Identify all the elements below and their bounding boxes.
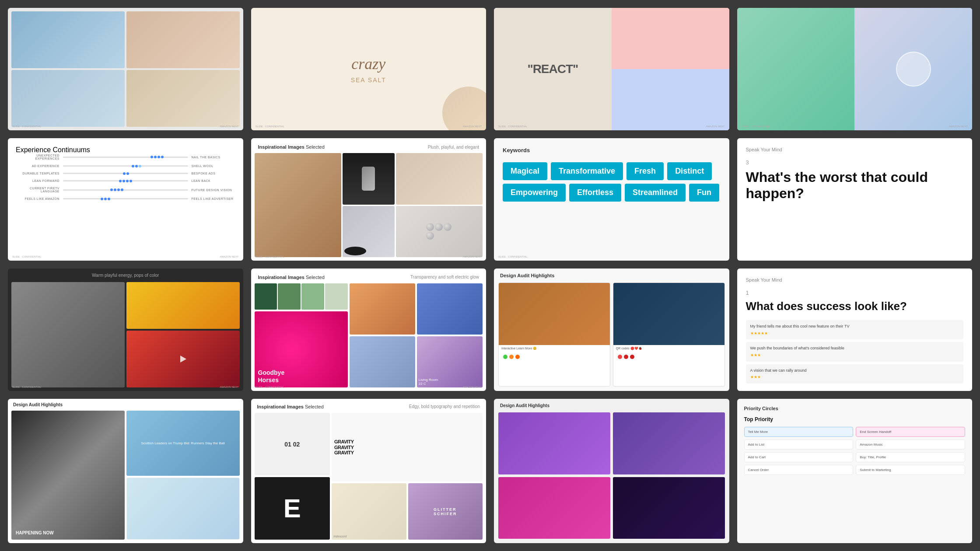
insp3-col2: GRAVITY GRAVITY GRAVITY Iridescent GLITT… [332,413,483,540]
card-inspirational-plush: Inspirational Images Selected Plush, pla… [251,138,486,261]
dot [158,156,160,158]
glass-right [854,8,972,130]
quote-1: My friend tells me about this cool new f… [746,320,964,339]
exp-row-2: AD EXPERIENCE SHELL WOOL [16,164,235,167]
audit-indicators-1 [499,352,610,362]
glass-left [737,8,855,130]
keyword-transformative: Transformative [551,162,623,180]
swatch-2 [278,283,301,310]
keyword-magical: Magical [503,162,547,180]
priority-section-title: Top Priority [744,416,966,422]
keywords-title: Keywords [503,147,721,153]
keywords-grid: Magical Transformative Fresh Distinct Em… [503,162,721,202]
exp-row-5: CURRENT FIRETV LANGUAGE FUTURE DESIGN VI… [16,187,235,193]
card-speak-your-mind: Speak Your Mind 3 What's the worst that … [737,138,973,261]
audit3-header: Design Audit Highlights [494,399,729,412]
exp-left-1: UNEXPECTED EXPERIENCES [16,154,60,160]
exp-left-4: LEAN FORWARD [16,179,60,182]
exp-bar-6 [63,198,188,199]
insp3-e-letter: E [255,477,330,540]
color-swatches [255,283,348,310]
main-grid: SLIDE · CONFIDENTIAL AMAZON NEXT crazy S… [0,0,980,551]
header-subtitle: Transparency and soft electric glow [410,275,479,280]
footer-date: SLIDE · CONFIDENTIAL [742,125,770,128]
card-speak-success: Speak Your Mind 1 What does success look… [737,269,973,391]
priority-item-2: End Screen Handoff [856,427,965,437]
insp2-area: GoodbyeHorses Living Room22 C [251,283,486,391]
dot [101,198,103,200]
insp-img-clay [255,153,341,257]
glass-shape [896,52,931,87]
header-selected: Selected [305,404,324,409]
exp-dots-3 [123,172,129,175]
da-img-1: HAPPENING NOW [11,411,125,540]
keyword-distinct: Distinct [667,162,712,180]
card-footer: SLIDE · CONFIDENTIAL AMAZON NEXT [494,125,729,128]
exp-dots-2 [132,165,141,167]
glitter-label: GLITTERSCHIFER [408,483,483,540]
exp-dots-5 [110,188,123,191]
audit-ss-1: Interactive Learn More 😊 [498,282,610,387]
card-header: Inspirational Images Selected Edgy, bold… [251,399,486,413]
speak-question: What's the worst that could happen? [746,169,964,202]
footer-ref: AMAZON NEXT [949,125,968,128]
swatch-1 [255,283,277,310]
dot [108,198,110,200]
keyword-empowering: Empowering [503,184,566,202]
quote-3: A vision that we can rally around ★★★ [746,364,964,384]
speak-header-label: Speak Your Mind [746,147,964,152]
gravity-text-2: GRAVITY [334,445,354,450]
card-footer: SLIDE · CONFIDENTIAL AMAZON NEXT [8,386,243,388]
da-happening: HAPPENING NOW [16,530,54,535]
sphere-4 [426,232,434,240]
priority-header: Priority Circles [744,406,966,411]
card-footer: SLIDE · CONFIDENTIAL AMAZON NEXT [251,125,486,128]
experience-continuums-title: Experience Continuums [16,146,235,154]
sphere-2 [435,223,443,231]
dot [126,180,129,182]
footer-date: SLIDE · CONFIDENTIAL [12,255,41,258]
svg-marker-0 [180,356,186,363]
card-footer: SLIDE · CONFIDENTIAL AMAZON NEXT [8,125,243,128]
audit-ss-top-2 [613,283,724,345]
dot [117,188,120,191]
insp-img-bowl [343,206,395,258]
exp-bar-1 [63,157,188,158]
react-bottom-panel [612,69,729,130]
dot-orange2 [515,355,520,359]
header-bold: Inspirational Images [258,275,304,280]
da2-grid [494,412,729,543]
inspirational-grid [251,153,486,261]
insp3-nums: 01 02 [255,413,330,475]
warm-img-2 [126,282,240,329]
card-react-design: "REACT" SLIDE · CONFIDENTIAL AMAZON NEXT [494,8,729,130]
exp-right-4: LEAN BACK [192,179,235,182]
brand-sub: SEA SALT [351,77,386,84]
dot [119,180,122,182]
card-website-screenshots: SLIDE · CONFIDENTIAL AMAZON NEXT [8,8,243,130]
dot [123,172,126,175]
footer-date: SLIDE · CONFIDENTIAL [12,386,41,388]
audit-header: Design Audit Highlights [494,269,729,282]
footer-ref: AMAZON NEXT [220,255,238,258]
insp3-area: 01 02 E GRAVITY GRAVITY GRAVITY Iridesce… [251,413,486,543]
warm-image-area [8,282,243,391]
exp-right-2: SHELL WOOL [192,164,235,167]
react-quote: "REACT" [494,8,612,130]
card-experience-continuums: Experience Continuums UNEXPECTED EXPERIE… [8,138,243,261]
brand-name: crazy [351,55,385,73]
speak-number: 3 [746,159,964,166]
card-inspirational-edgy: Inspirational Images Selected Edgy, bold… [251,399,486,543]
quote-text-2: We push the boundaries of what's conside… [750,346,844,350]
insp-img-spheres [396,206,483,258]
insp2-r1 [350,283,415,335]
priority-item-8: Submit to Marketing [856,465,965,475]
dot [154,156,157,158]
react-right [612,8,729,130]
dot [161,156,164,158]
footer-date: SLIDE · CONFIDENTIAL [256,125,284,128]
iridescent-label: Iridescent [332,483,406,540]
nums-label: 01 02 [284,441,300,448]
magenta-circle-img: GoodbyeHorses [255,311,348,387]
da2-img-2 [613,412,725,474]
